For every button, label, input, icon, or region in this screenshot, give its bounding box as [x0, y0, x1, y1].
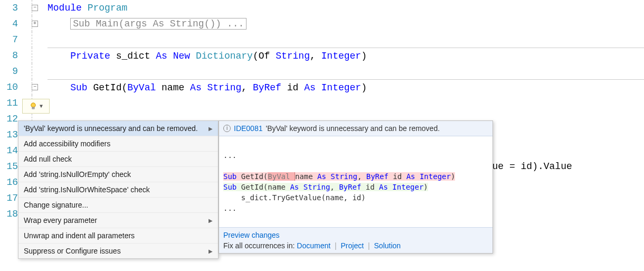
lightbulb-button[interactable]: ▼: [22, 99, 50, 114]
line-number: 4: [0, 16, 18, 32]
menu-item-remove-byval[interactable]: 'ByVal' keyword is unnecessary and can b…: [18, 121, 218, 136]
line-number: 16: [0, 174, 18, 190]
line-number: 3: [0, 0, 18, 16]
menu-item-change-signature[interactable]: Change signature...: [18, 198, 218, 213]
menu-item-label: Suppress or Configure issues: [24, 247, 121, 255]
menu-item-label: Wrap every parameter: [24, 216, 97, 225]
menu-item-accessibility[interactable]: Add accessibility modifiers: [18, 136, 218, 152]
keyword: As New: [156, 51, 196, 61]
diff-preview: ... Sub GetId(ByVal name As String, ByRe…: [219, 136, 493, 227]
fix-project-link[interactable]: Project: [341, 241, 364, 250]
line-number: 17: [0, 190, 18, 206]
line-number: 14: [0, 143, 18, 158]
line-number: 9: [0, 63, 18, 79]
line-number: 13: [0, 127, 18, 143]
menu-item-suppress[interactable]: Suppress or Configure issues ▶: [18, 244, 218, 258]
menu-item-label: 'ByVal' keyword is unnecessary and can b…: [24, 124, 198, 133]
quick-actions-menu: 'ByVal' keyword is unnecessary and can b…: [18, 120, 219, 259]
svg-point-0: [31, 103, 35, 107]
menu-item-unwrap-params[interactable]: Unwrap and indent all parameters: [18, 228, 218, 244]
lightbulb-icon: [29, 102, 37, 110]
line-number: 15: [0, 158, 18, 174]
menu-item-label: Add 'string.IsNullOrWhiteSpace' check: [24, 185, 150, 194]
info-icon: i: [223, 125, 231, 132]
type-name: Integer: [321, 51, 362, 61]
type-name: Dictionary: [196, 51, 253, 61]
menu-item-label: Unwrap and indent all parameters: [24, 231, 135, 240]
type-name: Program: [88, 3, 128, 13]
fold-expand-icon[interactable]: +: [32, 21, 38, 27]
line-number: 7: [0, 32, 18, 48]
identifier: s_dict: [116, 51, 156, 61]
chevron-right-icon: ▶: [209, 218, 213, 223]
menu-item-null-check[interactable]: Add null check: [18, 152, 218, 167]
preview-header: i IDE0081 'ByVal' keyword is unnecessary…: [219, 121, 493, 136]
fix-all-label: Fix all occurrences in:: [223, 241, 297, 250]
keyword: Private: [70, 51, 116, 61]
menu-item-label: Add accessibility modifiers: [24, 139, 110, 148]
identifier: GetId(: [93, 82, 127, 93]
diagnostic-id[interactable]: IDE0081: [234, 124, 262, 133]
svg-rect-1: [32, 107, 34, 109]
fold-collapse-icon[interactable]: −: [32, 5, 38, 11]
chevron-right-icon: ▶: [209, 248, 213, 254]
chevron-right-icon: ▶: [209, 126, 213, 132]
preview-changes-link[interactable]: Preview changes: [223, 231, 280, 239]
diagnostic-message: 'ByVal' keyword is unnecessary and can b…: [266, 124, 440, 133]
keyword: ByVal: [127, 82, 162, 93]
fold-collapse-icon[interactable]: −: [32, 84, 38, 90]
type-name: String: [276, 51, 310, 61]
keyword: Sub: [70, 82, 93, 93]
fix-solution-link[interactable]: Solution: [374, 241, 401, 250]
menu-item-label: Add 'string.IsNullOrEmpty' check: [24, 170, 131, 179]
fix-preview-panel: i IDE0081 'ByVal' keyword is unnecessary…: [219, 120, 493, 254]
line-number: 18: [0, 206, 18, 222]
removed-token: ByVal: [268, 172, 295, 181]
collapsed-region[interactable]: Sub Main(args As String()) ...: [70, 18, 247, 30]
menu-item-label: Add null check: [24, 155, 72, 163]
fix-document-link[interactable]: Document: [297, 241, 330, 250]
line-number: 10: [0, 79, 18, 95]
line-number: 11: [0, 95, 18, 111]
chevron-down-icon: ▼: [40, 104, 43, 109]
preview-footer: Preview changes Fix all occurrences in: …: [219, 227, 493, 253]
keyword: Module: [48, 3, 88, 13]
line-number: 8: [0, 48, 18, 63]
line-number: 12: [0, 111, 18, 127]
menu-item-label: Change signature...: [24, 201, 88, 209]
menu-item-isnullorwhitespace[interactable]: Add 'string.IsNullOrWhiteSpace' check: [18, 182, 218, 198]
menu-item-wrap-params[interactable]: Wrap every parameter ▶: [18, 213, 218, 228]
menu-item-isnullorempty[interactable]: Add 'string.IsNullOrEmpty' check: [18, 167, 218, 182]
